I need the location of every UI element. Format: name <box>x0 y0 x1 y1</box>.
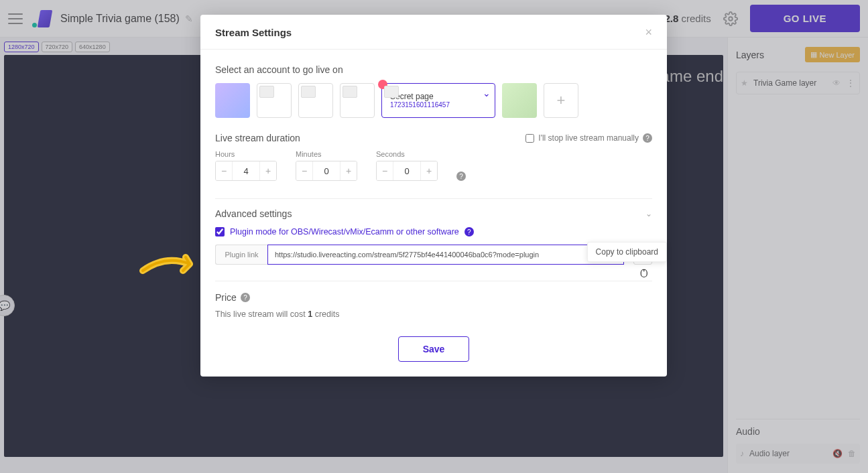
help-icon[interactable]: ? <box>643 133 652 143</box>
hours-increment[interactable]: + <box>260 161 276 180</box>
duration-label: Live stream duration <box>215 133 300 143</box>
advanced-label: Advanced settings <box>215 208 292 219</box>
seconds-decrement[interactable]: − <box>377 161 393 180</box>
select-account-label: Select an account to go live on <box>215 64 652 75</box>
price-label: Price <box>215 292 237 303</box>
plugin-mode-checkbox[interactable] <box>215 227 225 236</box>
hours-decrement[interactable]: − <box>216 161 232 180</box>
manual-stop-checkbox[interactable] <box>525 134 534 143</box>
account-option-1[interactable] <box>257 83 292 118</box>
plugin-mode-label[interactable]: Plugin mode for OBS/Wirecast/vMix/Ecamm … <box>230 227 459 236</box>
advanced-settings-toggle[interactable]: Advanced settings ⌄ <box>215 208 652 219</box>
account-option-0[interactable] <box>215 83 250 118</box>
minutes-input[interactable] <box>312 161 340 180</box>
plugin-help-icon[interactable]: ? <box>464 227 474 236</box>
account-option-5[interactable] <box>502 83 537 118</box>
chevron-down-icon: ⌄ <box>645 209 652 218</box>
manual-stop-label: I'll stop live stream manually <box>538 133 639 143</box>
seconds-increment[interactable]: + <box>421 161 437 180</box>
hours-caption: Hours <box>215 150 277 158</box>
account-list: Secret page1723151601116457 ⌄ + <box>215 83 652 118</box>
account-option-2[interactable] <box>298 83 333 118</box>
stream-settings-modal: Stream Settings × Select an account to g… <box>200 15 667 377</box>
manual-stop-option[interactable]: I'll stop live stream manually ? <box>525 133 652 143</box>
seconds-input[interactable] <box>393 161 421 180</box>
plugin-link-label: Plugin link <box>215 245 267 265</box>
minutes-increment[interactable]: + <box>340 161 357 180</box>
seconds-stepper: − + <box>376 161 438 181</box>
minutes-stepper: − + <box>296 161 357 181</box>
seconds-caption: Seconds <box>376 150 438 158</box>
price-help-icon[interactable]: ? <box>241 293 250 302</box>
account-id: 1723151601116457 <box>390 101 450 109</box>
price-prefix: This live stream will cost <box>215 310 308 319</box>
price-line: This live stream will cost 1 credits <box>215 310 652 319</box>
hours-stepper: − + <box>215 161 277 181</box>
chevron-down-icon[interactable]: ⌄ <box>483 88 491 98</box>
save-button[interactable]: Save <box>398 336 470 362</box>
add-account-button[interactable]: + <box>544 83 578 118</box>
plugin-link-input[interactable] <box>267 245 624 265</box>
account-option-selected[interactable]: Secret page1723151601116457 ⌄ <box>381 83 495 118</box>
price-suffix: credits <box>312 310 339 319</box>
copy-tooltip: Copy to clipboard <box>587 242 667 262</box>
close-icon[interactable]: × <box>645 25 652 40</box>
minutes-decrement[interactable]: − <box>296 161 312 180</box>
account-name: Secret page <box>390 92 450 101</box>
minutes-caption: Minutes <box>296 150 357 158</box>
account-thumb <box>384 86 399 98</box>
hours-input[interactable] <box>232 161 260 180</box>
account-option-3[interactable] <box>340 83 375 118</box>
modal-title: Stream Settings <box>215 27 292 38</box>
duration-help-icon[interactable]: ? <box>456 172 466 181</box>
